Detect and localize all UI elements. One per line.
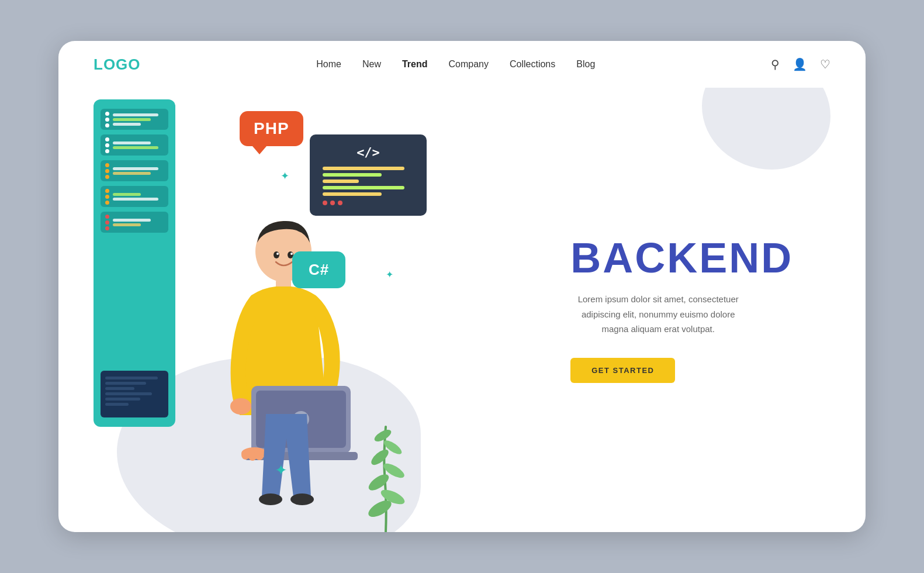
rack-dot-orange (105, 163, 109, 167)
rack-bar (113, 193, 141, 196)
nav-link-new[interactable]: New (362, 59, 381, 69)
person-character (175, 193, 374, 532)
nav-item-blog[interactable]: Blog (576, 59, 595, 70)
rack-bar (113, 219, 151, 222)
browser-frame: LOGO Home New Trend Company Collections … (58, 41, 866, 532)
code-tag: </> (323, 145, 414, 160)
nav-item-trend[interactable]: Trend (402, 59, 428, 70)
rack-dot (105, 195, 109, 199)
hero-description: Lorem ipsum dolor sit amet, consectetuer… (570, 292, 746, 337)
svg-point-16 (276, 253, 279, 255)
nav-item-home[interactable]: Home (316, 59, 341, 70)
code-dot (330, 201, 335, 205)
rack-dot-red (105, 226, 109, 230)
sparkle-icon-3: ✦ (275, 461, 288, 479)
code-dot (323, 201, 327, 205)
code-line (323, 180, 359, 183)
rack-dot (105, 137, 109, 141)
rack-bar (113, 172, 151, 175)
rack-dot (105, 112, 109, 116)
rack-dot (105, 201, 109, 205)
rack-dot (105, 189, 109, 193)
nav-link-blog[interactable]: Blog (576, 59, 595, 69)
svg-point-17 (290, 253, 293, 255)
code-line (323, 186, 404, 189)
cta-button[interactable]: GET STARTED (570, 358, 675, 383)
search-icon[interactable]: ⚲ (771, 57, 780, 71)
nav-item-collections[interactable]: Collections (510, 59, 555, 70)
svg-point-8 (241, 450, 250, 460)
hero-title: BACKEND (570, 237, 793, 279)
svg-point-14 (274, 251, 279, 258)
nav-icons: ⚲ 👤 ♡ (771, 57, 830, 71)
navbar: LOGO Home New Trend Company Collections … (58, 41, 866, 88)
rack-unit-3 (101, 160, 168, 181)
nav-link-trend[interactable]: Trend (402, 59, 428, 69)
rack-dot (105, 118, 109, 122)
rack-dot (105, 143, 109, 147)
server-rack (94, 99, 175, 427)
php-badge: PHP (240, 111, 303, 146)
rack-dot-red (105, 220, 109, 225)
rack-bar (113, 113, 158, 116)
user-icon[interactable]: 👤 (793, 57, 807, 71)
code-line (323, 173, 382, 177)
nav-links: Home New Trend Company Collections Blog (316, 59, 595, 70)
rack-bar (113, 223, 141, 226)
svg-point-10 (255, 451, 264, 460)
svg-point-9 (248, 451, 257, 461)
rack-unit-1 (101, 109, 168, 130)
code-line (323, 192, 382, 196)
csharp-badge: C# (292, 251, 345, 288)
nav-link-home[interactable]: Home (316, 59, 341, 69)
rack-bar (113, 141, 151, 144)
code-lines (323, 167, 414, 205)
rack-unit-2 (101, 134, 168, 156)
nav-link-company[interactable]: Company (449, 59, 489, 69)
rack-dot (105, 149, 109, 153)
code-dot (338, 201, 342, 205)
rack-bar (113, 198, 158, 201)
nav-item-company[interactable]: Company (449, 59, 489, 70)
sparkle-icon-2: ✦ (386, 269, 393, 280)
rack-bar (113, 123, 141, 126)
heart-icon[interactable]: ♡ (820, 57, 830, 71)
logo[interactable]: LOGO (94, 56, 141, 74)
main-content: PHP </> C# (58, 88, 866, 532)
rack-bar (113, 146, 158, 149)
nav-item-new[interactable]: New (362, 59, 381, 70)
rack-dot-orange (105, 169, 109, 173)
rack-dot-orange (105, 175, 109, 179)
illustration-side: PHP </> C# (58, 88, 559, 532)
rack-unit-4 (101, 186, 168, 207)
sparkle-icon-1: ✦ (281, 170, 289, 182)
nav-link-collections[interactable]: Collections (510, 59, 555, 69)
code-block: </> (310, 134, 427, 216)
rack-dot-red (105, 215, 109, 219)
rack-unit-5 (101, 212, 168, 233)
text-side: BACKEND Lorem ipsum dolor sit amet, cons… (559, 88, 866, 532)
svg-point-13 (290, 493, 314, 505)
rack-bar (113, 118, 151, 121)
svg-point-12 (259, 493, 282, 505)
rack-bar (113, 167, 158, 170)
rack-bottom (101, 371, 168, 417)
svg-point-2 (230, 398, 251, 415)
code-line (323, 167, 404, 170)
rack-dot (105, 123, 109, 127)
